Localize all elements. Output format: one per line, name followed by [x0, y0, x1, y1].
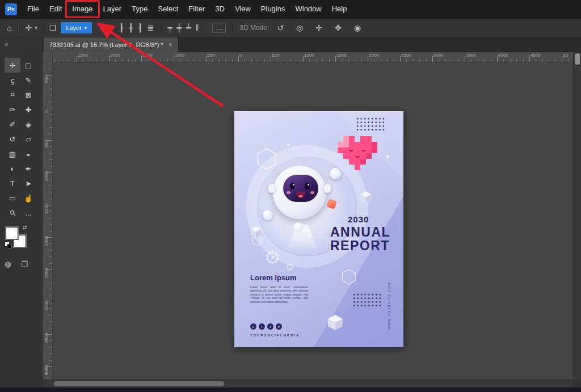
blur-tool[interactable]: ◒	[20, 146, 36, 161]
transform-controls-icon[interactable]: ⠿	[98, 23, 108, 33]
ruler-label: 1500	[44, 202, 49, 216]
facebook-icon: f	[259, 323, 265, 330]
ruler-label: 500	[44, 73, 49, 86]
vertical-ruler[interactable]: 500 0 500 1000 1500 2000 2500 3000 3500 …	[43, 62, 53, 380]
ruler-label: 1000	[175, 53, 185, 58]
distribute-horizontal-icon[interactable]: ≣	[145, 23, 156, 33]
3d-camera-icon[interactable]: ◉	[352, 23, 363, 33]
vertical-scrollbar-thumb[interactable]	[575, 53, 580, 65]
quick-selection-tool[interactable]: ✎	[20, 73, 36, 87]
type-tool[interactable]: T	[5, 176, 20, 191]
crop-tool[interactable]: ⌗	[5, 87, 20, 102]
menu-window[interactable]: Window	[290, 2, 326, 16]
align-center-icon[interactable]: ╂	[127, 23, 136, 33]
play-icon: ▸	[250, 323, 256, 330]
vertical-scrollbar[interactable]	[573, 52, 581, 387]
auto-select-icon[interactable]: ❏	[47, 23, 59, 33]
horizontal-ruler[interactable]: 2500 2000 1500 1000 500 0 500 1000 1500 …	[53, 52, 573, 62]
robot-ear	[268, 184, 275, 193]
more-align-options-button[interactable]: …	[212, 23, 226, 33]
pixel-heart-illustration	[338, 136, 377, 170]
swap-colors-icon[interactable]: ⇄	[23, 225, 27, 230]
dot-pattern-bottom	[352, 293, 381, 309]
robot-arm	[263, 210, 273, 220]
window-bottom-edge	[0, 387, 581, 392]
brush-tool[interactable]: ✐	[5, 117, 20, 132]
home-icon[interactable]: ⌂	[5, 23, 14, 33]
menu-view[interactable]: View	[230, 2, 256, 16]
menu-type[interactable]: Type	[127, 2, 153, 16]
pen-tool[interactable]: ✒	[20, 161, 36, 176]
menu-edit[interactable]: Edit	[44, 2, 67, 16]
healing-brush-tool[interactable]: ✚	[20, 102, 36, 117]
robot-eye	[290, 183, 295, 189]
history-brush-tool[interactable]: ↺	[5, 132, 20, 146]
menu-3d[interactable]: 3D	[210, 2, 230, 16]
align-left-icon[interactable]: ┠	[117, 23, 126, 33]
preset-chevron-icon[interactable]: ▾	[34, 24, 38, 32]
gear-icon: ⚙	[285, 261, 294, 273]
canvas[interactable]: ⚙ ⚙	[53, 62, 573, 380]
ruler-label: 0	[239, 53, 242, 58]
ruler-label: 2000	[44, 234, 49, 248]
menu-layer[interactable]: Layer	[98, 2, 127, 16]
move-tool[interactable]: ✛	[5, 58, 20, 73]
lasso-tool[interactable]: ϛ	[5, 73, 20, 87]
menu-image[interactable]: Image	[67, 2, 98, 16]
eraser-tool[interactable]: ▱	[20, 132, 36, 146]
menu-plugins[interactable]: Plugins	[256, 2, 290, 16]
hand-tool[interactable]: ☝	[20, 191, 36, 205]
3d-orbit-icon[interactable]: ↺	[275, 23, 286, 33]
clone-stamp-tool[interactable]: ◈	[20, 117, 36, 132]
align-middle-icon[interactable]: ┿	[175, 23, 184, 33]
eyedropper-tool[interactable]: ✑	[5, 102, 20, 117]
quick-mask-icon[interactable]: ◍	[5, 260, 11, 268]
menu-select[interactable]: Select	[153, 2, 183, 16]
gradient-tool[interactable]: ▧	[5, 146, 20, 161]
ruler-label: 0	[44, 105, 49, 119]
ruler-label: 2000	[110, 53, 120, 58]
photoshop-window: Ps File Edit Image Layer Type Select Fil…	[0, 0, 581, 392]
foreground-color-swatch[interactable]	[6, 227, 18, 239]
separator	[232, 22, 233, 33]
align-top-icon[interactable]: ┯	[165, 23, 174, 33]
3d-pan-icon[interactable]: ✛	[313, 23, 325, 33]
horizontal-scrollbar-thumb[interactable]	[54, 381, 224, 386]
auto-select-value: Layer	[66, 24, 82, 31]
move-tool-preset-icon[interactable]: ✛	[23, 23, 34, 33]
path-selection-tool[interactable]: ➤	[20, 176, 36, 191]
poster-website-vertical: WWW.YOURSITE.COM	[388, 277, 391, 329]
collapse-panel-icon[interactable]: «	[3, 39, 10, 49]
ruler-corner[interactable]	[43, 52, 53, 62]
document-tab[interactable]: 7332105.ai @ 16.7% (Layer 1, RGB/8*) * ×	[44, 37, 179, 52]
dot-pattern-top	[356, 117, 385, 132]
pixel-heart-body	[338, 136, 343, 142]
ruler-label: 3000	[433, 53, 444, 58]
close-icon[interactable]: ×	[169, 41, 172, 49]
screen-mode-icon[interactable]: ❐	[21, 260, 28, 268]
ruler-label: 500	[207, 53, 214, 58]
ruler-label: 2000	[369, 53, 379, 58]
tool-grid: ✛ ▢ ϛ ✎ ⌗ ⊠ ✑ ✚ ✐ ◈ ↺ ▱ ▧ ◒ ◐ ✒ T ➤ ▭ ☝ …	[5, 58, 39, 220]
robot-ear	[324, 184, 331, 193]
dodge-tool[interactable]: ◐	[5, 161, 20, 176]
threed-mode-group: ↺ ◎ ✛ ✥ ◉	[275, 23, 363, 33]
distribute-vertical-icon[interactable]: ‖	[193, 23, 201, 33]
robot-face	[283, 175, 318, 202]
marquee-tool[interactable]: ▢	[20, 58, 36, 73]
menu-file[interactable]: File	[22, 2, 44, 16]
align-right-icon[interactable]: ┨	[136, 23, 145, 33]
robot-eye	[305, 183, 310, 189]
auto-select-dropdown[interactable]: Layer ▾	[61, 22, 92, 33]
3d-slide-icon[interactable]: ✥	[332, 23, 344, 33]
horizontal-scrollbar[interactable]	[43, 380, 573, 387]
menu-filter[interactable]: Filter	[183, 2, 210, 16]
poster-social-icons: ▸ f t ➤	[250, 323, 282, 330]
3d-roll-icon[interactable]: ◎	[294, 23, 305, 33]
ruler-label: 2500	[78, 53, 88, 58]
robot-foot-orb	[293, 222, 304, 233]
frame-tool[interactable]: ⊠	[20, 87, 36, 102]
menu-help[interactable]: Help	[327, 2, 352, 16]
align-bottom-icon[interactable]: ┷	[184, 23, 193, 33]
ruler-label: 3000	[44, 299, 49, 313]
